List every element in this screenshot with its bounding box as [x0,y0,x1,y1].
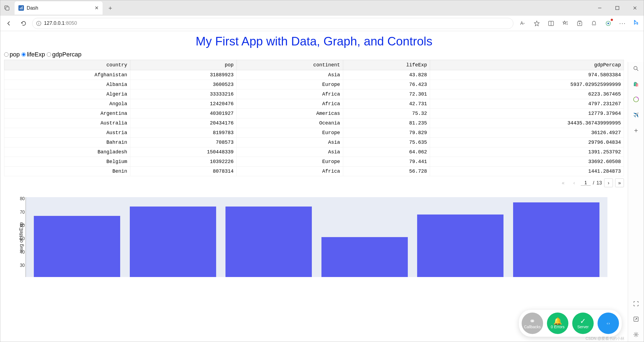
add-sidebar-icon[interactable]: ＋ [632,126,640,134]
table-cell[interactable]: 31889923 [130,70,236,80]
col-pop[interactable]: pop [130,60,236,70]
chart-plot-area[interactable]: 304050607080 [26,197,607,277]
favorites-list-icon[interactable] [561,19,569,28]
table-cell[interactable]: Bangladesh [4,147,130,157]
table-cell[interactable]: 12779.37964 [430,109,624,118]
tab-close-button[interactable]: ✕ [95,5,99,11]
page-last-button[interactable]: » [615,178,624,187]
table-cell[interactable]: 1441.284873 [430,167,624,176]
collections-icon[interactable] [576,19,584,28]
table-cell[interactable]: 12420476 [130,99,236,109]
table-cell[interactable]: 75.32 [343,109,430,118]
table-cell[interactable]: Bahrain [4,138,130,147]
table-cell[interactable]: Asia [236,70,343,80]
errors-button[interactable]: 🔔 0 Errors [547,313,568,334]
table-cell[interactable]: 1391.253792 [430,147,624,157]
table-cell[interactable]: 29796.04834 [430,138,624,147]
table-cell[interactable]: 75.635 [343,138,430,147]
table-cell[interactable]: 5937.029525999999 [430,80,624,89]
favorite-icon[interactable] [533,19,541,28]
back-button[interactable] [2,17,15,30]
radio-option-gdpPercap[interactable]: gdpPercap [47,51,81,58]
table-cell[interactable]: 10392226 [130,157,236,167]
col-country[interactable]: country [4,60,130,70]
window-close-button[interactable] [626,0,644,16]
table-cell[interactable]: Benin [4,167,130,176]
table-cell[interactable]: Afghanistan [4,70,130,80]
screenshot-icon[interactable] [632,300,640,308]
table-cell[interactable]: Americas [236,109,343,118]
table-cell[interactable]: 20434176 [130,118,236,128]
table-cell[interactable]: Algeria [4,89,130,99]
browser-tab[interactable]: Dash ✕ [15,1,103,15]
radio-option-lifeExp[interactable]: lifeExp [21,51,45,58]
radio-input[interactable] [21,52,26,57]
table-cell[interactable]: 56.728 [343,167,430,176]
table-cell[interactable]: Europe [236,157,343,167]
table-cell[interactable]: 79.829 [343,128,430,138]
table-cell[interactable]: 6223.367465 [430,89,624,99]
url-input[interactable]: 127.0.0.1:8050 [32,18,513,29]
table-cell[interactable]: Albania [4,80,130,89]
table-cell[interactable]: 33692.60508 [430,157,624,167]
page-current-input[interactable] [581,180,591,186]
share-icon[interactable] [632,315,640,323]
radio-input[interactable] [47,52,51,57]
extension-icon[interactable] [604,19,612,28]
table-cell[interactable]: 43.828 [343,70,430,80]
table-cell[interactable]: 76.423 [343,80,430,89]
table-cell[interactable]: 81.235 [343,118,430,128]
settings-icon[interactable] [632,331,640,338]
table-cell[interactable]: 40301927 [130,109,236,118]
chart-bar[interactable] [225,207,312,277]
table-cell[interactable]: 72.301 [343,89,430,99]
table-cell[interactable]: Africa [236,167,343,176]
col-gdpPercap[interactable]: gdpPercap [430,60,624,70]
split-screen-icon[interactable] [547,19,555,28]
shopping-icon[interactable]: 🛍️ [632,80,640,88]
tab-overview-button[interactable] [0,1,13,15]
office-icon[interactable] [632,96,640,103]
menu-icon[interactable]: ··· [618,19,627,28]
table-cell[interactable]: 708573 [130,138,236,147]
refresh-button[interactable] [17,17,30,30]
site-info-icon[interactable] [36,21,41,26]
table-cell[interactable]: Argentina [4,109,130,118]
page-next-button[interactable]: › [604,178,613,187]
page-first-button[interactable]: « [559,178,568,187]
performance-icon[interactable] [590,19,598,28]
table-cell[interactable]: Austria [4,128,130,138]
toggle-button[interactable]: ‹ › [598,313,619,334]
table-cell[interactable]: 33333216 [130,89,236,99]
table-cell[interactable]: 8078314 [130,167,236,176]
table-cell[interactable]: Angola [4,99,130,109]
table-cell[interactable]: 79.441 [343,157,430,167]
table-cell[interactable]: 974.5803384 [430,70,624,80]
table-cell[interactable]: 64.062 [343,147,430,157]
radio-input[interactable] [4,52,9,57]
read-aloud-icon[interactable]: A» [518,19,527,28]
callbacks-button[interactable]: ⚭ Callbacks [522,313,543,334]
table-cell[interactable]: 8199783 [130,128,236,138]
table-cell[interactable]: Australia [4,118,130,128]
chart-bar[interactable] [130,207,216,277]
table-cell[interactable]: 36126.4927 [430,128,624,138]
table-cell[interactable]: Asia [236,138,343,147]
table-cell[interactable]: Europe [236,80,343,89]
table-cell[interactable]: 34435.367439999995 [430,118,624,128]
table-cell[interactable]: Asia [236,147,343,157]
col-lifeExp[interactable]: lifeExp [343,60,430,70]
table-cell[interactable]: Oceania [236,118,343,128]
table-cell[interactable]: Belgium [4,157,130,167]
page-prev-button[interactable]: ‹ [570,178,579,187]
chart-bar[interactable] [513,202,599,277]
window-maximize-button[interactable] [609,0,626,16]
table-cell[interactable]: 3600523 [130,80,236,89]
chart-bar[interactable] [34,216,120,277]
table-cell[interactable]: Africa [236,89,343,99]
col-continent[interactable]: continent [236,60,343,70]
table-cell[interactable]: 4797.231267 [430,99,624,109]
window-minimize-button[interactable] [591,0,609,16]
chart-bar[interactable] [417,215,503,277]
send-icon[interactable]: ✈️ [632,111,640,119]
